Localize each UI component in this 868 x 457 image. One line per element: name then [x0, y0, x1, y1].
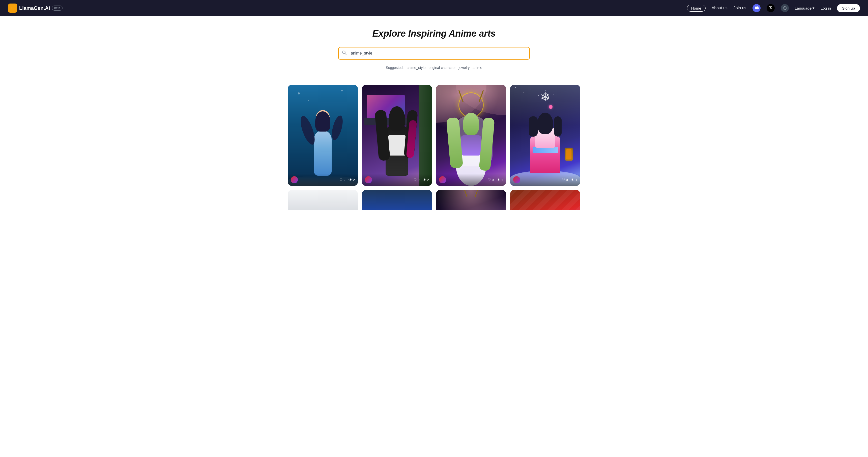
card-image-4: ❄ [510, 85, 580, 186]
suggested-tag-anime[interactable]: anime [473, 66, 482, 70]
heart-icon-1: ♡ [339, 178, 343, 182]
view-count-4: 1 [576, 178, 577, 182]
language-button[interactable]: Language ▾ [795, 6, 815, 10]
card-image-3 [436, 85, 506, 186]
like-count-4: 0 [566, 178, 568, 182]
like-stat-4: ♡ 0 [562, 178, 568, 182]
gallery-bottom-row [257, 190, 611, 210]
gallery-card-1[interactable]: ♡ 2 👁 2 [288, 85, 358, 186]
language-label: Language [795, 6, 812, 10]
like-stat-3: ♡ 0 [488, 178, 494, 182]
beta-badge: beta [52, 5, 62, 10]
view-stat-3: 👁 1 [497, 178, 503, 182]
login-button[interactable]: Log in [820, 6, 831, 10]
discord-icon[interactable] [752, 4, 761, 12]
logo-icon[interactable]: L [8, 3, 17, 12]
card-avatar-4 [513, 176, 520, 183]
card-avatar-3 [439, 176, 446, 183]
like-count-2: 0 [418, 178, 420, 182]
nav-home[interactable]: Home [687, 5, 706, 11]
like-count-3: 0 [492, 178, 494, 182]
gallery-card-6[interactable] [362, 190, 432, 210]
eye-icon-1: 👁 [348, 178, 352, 182]
gallery-card-5[interactable] [288, 190, 358, 210]
view-stat-2: 👁 2 [423, 178, 429, 182]
svg-line-3 [345, 53, 346, 55]
snowflake-icon: ❄ [540, 90, 550, 104]
gallery-card-2[interactable]: ♡ 0 👁 2 [362, 85, 432, 186]
card-overlay-1: ♡ 2 👁 2 [288, 174, 358, 186]
suggested-tag-jewelry[interactable]: jewelry [459, 66, 470, 70]
heart-icon-2: ♡ [413, 178, 417, 182]
card-overlay-4: ♡ 0 👁 1 [510, 174, 580, 186]
hero-title: Explore Inspiring Anime arts [4, 28, 864, 39]
card-stats-1: ♡ 2 👁 2 [339, 178, 355, 182]
card-overlay-2: ♡ 0 👁 2 [362, 174, 432, 186]
suggested-tag-anime-style[interactable]: anime_style [407, 66, 426, 70]
logo-area: L LlamaGen.Ai beta [8, 3, 63, 12]
like-count-1: 2 [344, 178, 345, 182]
x-twitter-icon[interactable]: 𝕏 [767, 4, 775, 12]
card-image-2 [362, 85, 432, 186]
like-stat-1: ♡ 2 [339, 178, 345, 182]
gallery-card-8[interactable] [510, 190, 580, 210]
nav-about[interactable]: About us [712, 6, 727, 10]
search-input[interactable] [338, 47, 530, 60]
like-stat-2: ♡ 0 [413, 178, 420, 182]
heart-icon-4: ♡ [562, 178, 565, 182]
eye-icon-4: 👁 [571, 178, 575, 182]
gallery-card-3[interactable]: ♡ 0 👁 1 [436, 85, 506, 186]
suggested-label: Suggested: [386, 66, 404, 70]
suggested-tag-original-character[interactable]: original character [429, 66, 456, 70]
chat-icon[interactable] [781, 4, 789, 12]
card-avatar-2 [365, 176, 372, 183]
logo-text: LlamaGen.Ai [19, 5, 50, 11]
card-image-1 [288, 85, 358, 186]
card-stats-4: ♡ 0 👁 1 [562, 178, 577, 182]
gallery-card-4[interactable]: ❄ [510, 85, 580, 186]
card-stats-3: ♡ 0 👁 1 [488, 178, 503, 182]
search-icon [342, 50, 347, 57]
view-count-3: 1 [501, 178, 503, 182]
card-overlay-3: ♡ 0 👁 1 [436, 174, 506, 186]
search-container [338, 47, 530, 60]
gallery-grid: ♡ 2 👁 2 [257, 85, 611, 190]
card-avatar-1 [291, 176, 298, 183]
suggested-tags: Suggested: anime_style original characte… [4, 66, 864, 70]
view-stat-4: 👁 1 [571, 178, 577, 182]
card-stats-2: ♡ 0 👁 2 [413, 178, 429, 182]
nav-join[interactable]: Join us [734, 6, 746, 10]
view-stat-1: 👁 2 [348, 178, 355, 182]
nav-links: Home About us Join us 𝕏 Language ▾ Log i… [687, 4, 860, 12]
view-count-2: 2 [427, 178, 429, 182]
navbar: L LlamaGen.Ai beta Home About us Join us… [0, 0, 868, 16]
eye-icon-2: 👁 [423, 178, 426, 182]
view-count-1: 2 [353, 178, 355, 182]
gallery-card-7[interactable] [436, 190, 506, 210]
eye-icon-3: 👁 [497, 178, 500, 182]
heart-icon-3: ♡ [488, 178, 491, 182]
svg-text:L: L [11, 6, 14, 10]
hero-section: Explore Inspiring Anime arts Suggested: … [0, 16, 868, 85]
chevron-down-icon: ▾ [812, 6, 814, 10]
signup-button[interactable]: Sign up [837, 4, 860, 12]
